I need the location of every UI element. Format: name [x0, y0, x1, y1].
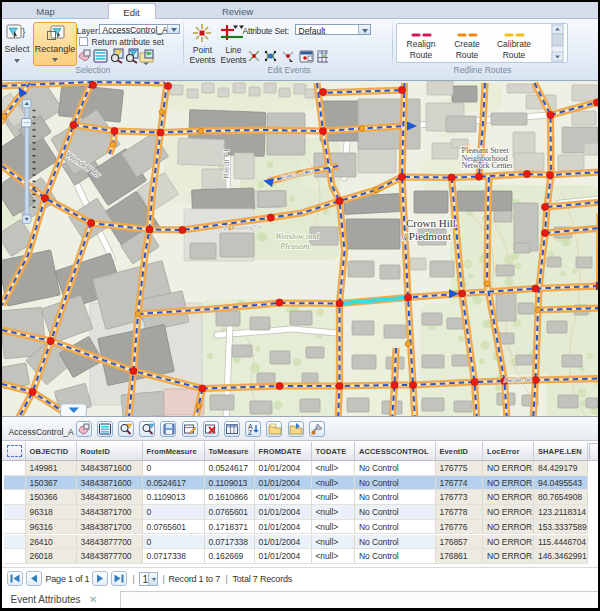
svg-text:Select: Select [4, 44, 30, 54]
svg-text:Rectangle: Rectangle [34, 44, 75, 54]
svg-text:}: } [22, 26, 26, 37]
svg-text:Winslow and: Winslow and [275, 231, 319, 241]
svg-text:Network Center: Network Center [461, 161, 513, 170]
svg-text:Crown Hill: Crown Hill [406, 217, 456, 229]
svg-text:Route: Route [502, 50, 525, 60]
svg-text:Create: Create [454, 39, 480, 49]
svg-text:Route: Route [409, 50, 432, 60]
svg-text:Route: Route [455, 50, 478, 60]
svg-text:Pleasant: Pleasant [279, 241, 310, 251]
svg-text:Riedl Pl: Riedl Pl [222, 149, 231, 178]
svg-text:Calibrate: Calibrate [496, 39, 530, 49]
svg-text:/ Piedmont: / Piedmont [403, 230, 451, 242]
svg-text:Realign: Realign [406, 39, 435, 49]
svg-text:Z: Z [248, 429, 253, 436]
svg-text:Austin St: Austin St [503, 375, 531, 383]
